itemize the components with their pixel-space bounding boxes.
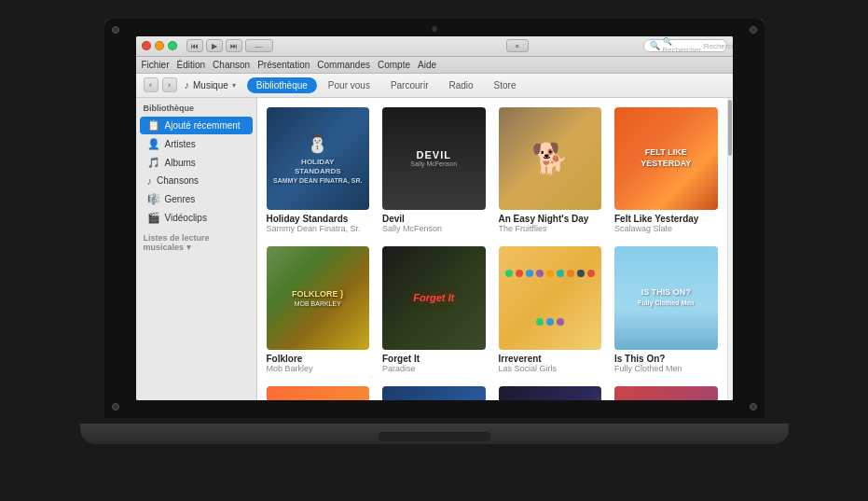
album-cover-folklore: FOLKLORE } MOB BARKLEY	[267, 246, 370, 350]
album-title-holiday: Holiday Standards	[267, 214, 370, 224]
close-button[interactable]	[142, 41, 151, 50]
album-item-row3c[interactable]: Sunset Blues Sunset Blues	[499, 386, 602, 400]
sidebar-item-artistes[interactable]: 👤 Artistes	[140, 135, 253, 153]
album-item-feltlike[interactable]: FELT LIKEYESTERDAY Felt Like Yesterday S…	[614, 107, 718, 234]
sidebar-item-albums[interactable]: 🎵 Albums	[140, 154, 253, 172]
sidebar-item-chansons[interactable]: ♪ Chansons	[140, 173, 253, 189]
album-artist-feltlike: Scalawag Slate	[614, 224, 718, 233]
menu-fichier[interactable]: Fichier	[142, 60, 170, 70]
screw-tl	[112, 26, 119, 34]
list-view-button[interactable]: ≡	[506, 39, 529, 52]
search-placeholder: 🔍 Rechercher	[663, 37, 701, 54]
folklore-text: FOLKLORE }	[292, 289, 344, 299]
album-artist-folklore: Mob Barkley	[267, 364, 370, 373]
laptop-base	[80, 424, 789, 444]
title-bar: ⏮ ▶ ⏭ — ≡ 🔍 🔍 Rechercher Rechercher	[136, 36, 733, 57]
sidebar-item-genres[interactable]: 🎼 Genres	[140, 190, 253, 208]
menu-presentation[interactable]: Présentation	[257, 60, 310, 70]
color-dot	[577, 270, 585, 277]
chansons-icon: ♪	[147, 175, 153, 187]
album-item-easynight[interactable]: 🐕 An Easy Night's Day The Fruitflies	[499, 107, 602, 234]
album-cover-easynight: 🐕	[499, 107, 602, 211]
sidebar-item-videoclips[interactable]: 🎬 Vidéoclips	[140, 209, 253, 227]
sidebar-item-recemment[interactable]: 📋 Ajouté récemment	[140, 117, 253, 134]
album-item-isthison[interactable]: IS THIS ON?Fully Clothed Men Is This On?…	[614, 246, 718, 373]
tab-pour-vous[interactable]: Pour vous	[319, 77, 379, 93]
search-box[interactable]: 🔍 🔍 Rechercher Rechercher	[643, 39, 727, 52]
camera-dot	[432, 26, 437, 32]
nav-tabs: Bibliothèque Pour vous Parcourir Radio S…	[247, 77, 526, 93]
album-cover-row3d: 👥	[614, 386, 718, 400]
album-cover-forgetit: Forget It	[382, 246, 486, 350]
menu-chanson[interactable]: Chanson	[213, 60, 250, 70]
back-button[interactable]: ‹	[144, 77, 158, 92]
albums-icon: 🎵	[147, 157, 160, 169]
album-title-irreverent: Irreverent	[499, 354, 602, 364]
album-cover-holiday: ⛄ HOLIDAYSTANDARDSSAMMY DEAN FINATRA, SR…	[267, 107, 370, 211]
tab-parcourir[interactable]: Parcourir	[381, 77, 438, 93]
itunes-app: ⏮ ▶ ⏭ — ≡ 🔍 🔍 Rechercher Rechercher	[136, 36, 733, 400]
tab-radio[interactable]: Radio	[439, 77, 482, 93]
album-title-easynight: An Easy Night's Day	[499, 214, 602, 224]
album-artist-holiday: Sammy Dean Finatra, Sr.	[267, 224, 370, 233]
forgetit-text: Forget It	[413, 292, 454, 303]
album-title-feltlike: Felt Like Yesterday	[614, 214, 718, 224]
album-item-row3a[interactable]: 🔥	[267, 386, 370, 400]
menu-edition[interactable]: Édition	[177, 60, 206, 70]
album-item-folklore[interactable]: FOLKLORE } MOB BARKLEY Folklore Mob Bark…	[267, 246, 370, 373]
tab-store[interactable]: Store	[485, 77, 526, 93]
feltlike-text: FELT LIKEYESTERDAY	[641, 147, 691, 169]
album-title-forgetit: Forget It	[382, 354, 486, 364]
playlists-label[interactable]: Listes de lecture musicales ▾	[136, 228, 256, 254]
album-item-irreverent[interactable]: Irreverent Las Social Girls	[499, 246, 602, 373]
color-dot	[546, 270, 554, 277]
album-title-devil: Devil	[382, 214, 486, 224]
scrollbar-thumb[interactable]	[728, 100, 732, 156]
nav-dropdown[interactable]: ▾	[232, 81, 236, 90]
sidebar-label-genres: Genres	[165, 194, 196, 204]
recently-added-icon: 📋	[147, 119, 160, 132]
laptop-bezel: ⏮ ▶ ⏭ — ≡ 🔍 🔍 Rechercher Rechercher	[104, 19, 765, 418]
album-item-row3b[interactable]: 🎶	[382, 386, 486, 400]
sidebar-label-chansons: Chansons	[157, 175, 199, 186]
album-grid: ⛄ HOLIDAYSTANDARDSSAMMY DEAN FINATRA, SR…	[267, 107, 718, 400]
album-cover-devil: DEVIL Sally McFenson	[382, 107, 486, 211]
scrollbar-track[interactable]	[727, 98, 733, 400]
album-cover-row3a: 🔥	[267, 386, 370, 400]
isthison-text: IS THIS ON?Fully Clothed Men	[638, 287, 694, 309]
tab-bibliotheque[interactable]: Bibliothèque	[247, 77, 317, 93]
maximize-button[interactable]	[168, 41, 177, 50]
play-button[interactable]: ▶	[206, 39, 223, 52]
menu-commandes[interactable]: Commandes	[317, 60, 370, 70]
forward-button[interactable]: ⏭	[226, 39, 242, 52]
color-dot	[567, 270, 574, 277]
volume-slider[interactable]: —	[245, 39, 273, 52]
album-item-devil[interactable]: DEVIL Sally McFenson Devil Sally McFenso…	[382, 107, 486, 234]
album-cover-row3b: 🎶	[382, 386, 486, 400]
devil-title-text: DEVIL	[417, 149, 451, 160]
sidebar-section-title: Bibliothèque	[136, 98, 256, 116]
album-artist-devil: Sally McFenson	[382, 224, 486, 233]
sidebar-label-recemment: Ajouté récemment	[165, 120, 241, 131]
rewind-button[interactable]: ⏮	[186, 39, 203, 52]
forward-button[interactable]: ›	[162, 77, 177, 92]
album-item-forgetit[interactable]: Forget It Forget It Paradise	[382, 246, 486, 373]
sidebar-label-artistes: Artistes	[165, 139, 196, 149]
minimize-button[interactable]	[155, 41, 164, 50]
color-dot	[526, 270, 533, 277]
genres-icon: 🎼	[147, 193, 160, 205]
album-item-holiday[interactable]: ⛄ HOLIDAYSTANDARDSSAMMY DEAN FINATRA, SR…	[267, 107, 370, 234]
content-area[interactable]: ⛄ HOLIDAYSTANDARDSSAMMY DEAN FINATRA, SR…	[257, 98, 727, 400]
music-icon: ♪	[185, 79, 190, 90]
sidebar-label-videoclips: Vidéoclips	[165, 213, 207, 223]
menu-aide[interactable]: Aide	[418, 60, 436, 70]
album-cover-isthison: IS THIS ON?Fully Clothed Men	[614, 246, 718, 350]
color-dot	[505, 270, 513, 277]
album-item-row3d[interactable]: 👥	[614, 386, 718, 400]
screw-tr	[750, 26, 757, 34]
menu-compte[interactable]: Compte	[378, 60, 410, 70]
album-title-folklore: Folklore	[267, 354, 370, 364]
color-dot	[536, 318, 544, 326]
album-cover-irreverent	[499, 246, 602, 350]
album-cover-feltlike: FELT LIKEYESTERDAY	[614, 107, 718, 211]
